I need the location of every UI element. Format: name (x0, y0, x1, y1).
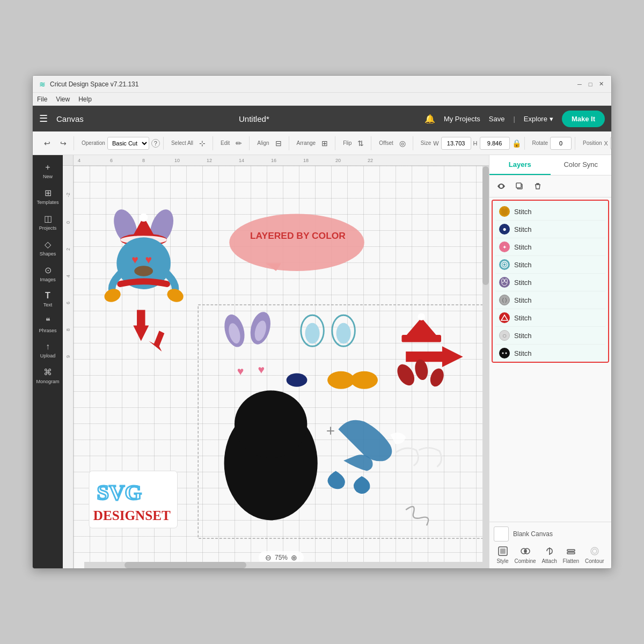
rotate-label: Rotate (532, 140, 548, 146)
right-panel: Layers Color Sync (489, 155, 611, 568)
layer-item[interactable]: Stitch (495, 256, 606, 274)
svg-point-59 (502, 353, 504, 354)
sidebar-item-upload[interactable]: ↑ Upload (35, 339, 61, 362)
templates-label: Templates (36, 200, 58, 205)
canvas-area[interactable]: 4 6 8 10 12 14 16 18 20 22 -2 0 (63, 155, 489, 568)
menu-help[interactable]: Help (78, 96, 92, 103)
sidebar-item-projects[interactable]: ◫ Projects (35, 210, 61, 234)
x-input[interactable] (610, 137, 612, 150)
eye-button[interactable] (494, 179, 509, 194)
svg-point-29 (418, 313, 425, 320)
svg-rect-67 (567, 550, 575, 551)
flip-button[interactable]: ⇅ (354, 136, 368, 150)
hamburger-icon[interactable]: ☰ (39, 113, 48, 125)
layer-item[interactable]: ● Stitch (495, 221, 606, 238)
edit-button[interactable]: ✏ (232, 136, 246, 150)
svg-point-10 (103, 287, 122, 304)
flatten-action[interactable]: Flatten (563, 546, 580, 564)
layers-list[interactable]: Stitch ● Stitch ✦ Stitch (492, 200, 609, 363)
svg-point-5 (140, 214, 148, 222)
tab-layers[interactable]: Layers (489, 155, 551, 175)
scrollbar-vertical[interactable] (482, 166, 489, 562)
bell-icon[interactable]: 🔔 (425, 114, 435, 124)
layer-item[interactable]: Stitch (495, 274, 606, 291)
sidebar-item-shapes[interactable]: ◇ Shapes (35, 236, 61, 260)
combine-action[interactable]: Combine (515, 546, 536, 564)
height-input[interactable] (480, 137, 510, 150)
svg-text:♥: ♥ (237, 365, 244, 378)
flatten-icon (566, 546, 576, 557)
attach-action[interactable]: Attach (541, 546, 557, 564)
sidebar-item-images[interactable]: ⊙ Images (35, 262, 61, 286)
size-label: Size (421, 140, 431, 146)
layer-item[interactable]: ( ) Stitch (495, 291, 606, 309)
toolbar-size-group: Size W H 🔒 (418, 137, 525, 150)
layer-item[interactable]: ○ Stitch (495, 327, 606, 345)
zoom-in-button[interactable]: ⊕ (291, 553, 297, 562)
svg-point-54 (505, 279, 508, 283)
redo-button[interactable]: ↪ (56, 136, 70, 150)
svg-text:SVG: SVG (97, 480, 142, 504)
style-icon (497, 546, 508, 557)
svg-rect-68 (567, 552, 575, 554)
layer-color-5: ( ) (499, 295, 510, 305)
ruler-left: -2 0 2 4 6 8 9 (63, 166, 74, 568)
contour-action[interactable]: Contour (585, 546, 604, 564)
toolbar-edit-group: Edit ✏ (217, 136, 250, 150)
rotate-input[interactable] (550, 137, 572, 150)
copy-button[interactable] (512, 179, 527, 194)
svg-point-32 (287, 374, 308, 387)
svg-point-50 (501, 261, 508, 268)
width-input[interactable] (441, 137, 471, 150)
canvas-with-ruler: -2 0 2 4 6 8 9 (63, 166, 489, 568)
projects-label: Projects (39, 225, 57, 231)
sidebar-item-phrases[interactable]: ❝ Phrases (35, 313, 61, 336)
nav-divider: | (513, 115, 515, 123)
sidebar-item-monogram[interactable]: ⌘ Monogram (35, 364, 61, 387)
maximize-button[interactable]: □ (587, 80, 594, 88)
svg-text:LAYERED BY COLOR: LAYERED BY COLOR (250, 230, 346, 241)
align-button[interactable]: ⊟ (272, 136, 286, 150)
delete-button[interactable] (530, 179, 545, 194)
scrollbar-horizontal[interactable] (84, 562, 489, 568)
layer-item[interactable]: Stitch (495, 345, 606, 362)
operation-help-button[interactable]: ? (151, 139, 160, 148)
make-it-button[interactable]: Make It (562, 111, 605, 127)
lock-icon[interactable]: 🔒 (512, 139, 521, 148)
toolbar: ↩ ↪ Operation Basic Cut ? Select All ⊹ E… (33, 131, 611, 155)
close-button[interactable]: ✕ (597, 80, 605, 88)
ruler-corner (63, 155, 74, 166)
minimize-button[interactable]: ─ (576, 80, 583, 88)
sidebar-item-text[interactable]: T Text (35, 288, 61, 311)
menu-view[interactable]: View (56, 96, 70, 103)
upload-icon: ↑ (46, 342, 50, 352)
arrange-button[interactable]: ⊞ (318, 136, 332, 150)
undo-button[interactable]: ↩ (40, 136, 54, 150)
layer-item[interactable]: Stitch (495, 309, 606, 327)
select-all-button[interactable]: ⊹ (195, 136, 209, 150)
new-label: New (43, 174, 53, 179)
layer-item[interactable]: Stitch (495, 203, 606, 221)
panel-spacer (489, 365, 611, 522)
layer-color-6 (499, 312, 510, 323)
edit-label: Edit (221, 140, 230, 146)
canvas-viewport[interactable]: ♥ ♥ (74, 166, 489, 568)
svg-point-53 (502, 279, 504, 283)
style-label: Style (496, 558, 508, 564)
my-projects-link[interactable]: My Projects (444, 115, 480, 123)
operation-select[interactable]: Basic Cut (107, 137, 149, 150)
upload-label: Upload (40, 353, 56, 358)
style-action[interactable]: Style (496, 546, 508, 564)
x-label: X (604, 140, 608, 147)
offset-button[interactable]: ◎ (396, 136, 409, 150)
layer-item[interactable]: ✦ Stitch (495, 238, 606, 256)
zoom-out-button[interactable]: ⊖ (265, 553, 272, 562)
explore-button[interactable]: Explore ▾ (524, 115, 553, 123)
save-button[interactable]: Save (489, 115, 505, 123)
sidebar-item-new[interactable]: + New (35, 159, 61, 182)
nav-bar: ☰ Canvas Untitled* 🔔 My Projects Save | … (33, 106, 611, 131)
svg-rect-46 (516, 183, 521, 188)
tab-color-sync[interactable]: Color Sync (551, 155, 612, 175)
menu-file[interactable]: File (37, 96, 47, 103)
sidebar-item-templates[interactable]: ⊞ Templates (35, 185, 61, 208)
